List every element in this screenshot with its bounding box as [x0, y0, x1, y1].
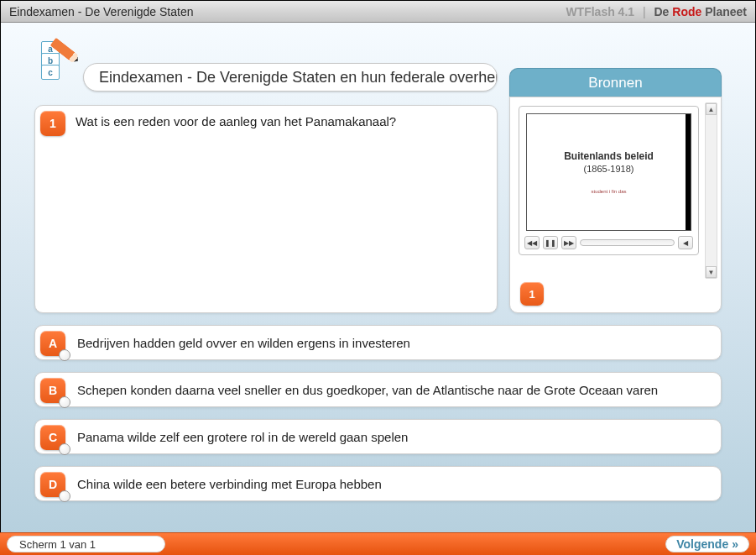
brand-planeet: Planeet [705, 5, 747, 18]
radio-icon[interactable] [59, 396, 70, 408]
slide-stripe [686, 114, 691, 230]
forward-button[interactable]: ▶▶ [561, 236, 576, 249]
question-row: 1 Wat is een reden voor de aanleg van he… [34, 105, 722, 313]
radio-icon[interactable] [59, 490, 70, 502]
slide-title: Buitenlands beleid [564, 150, 654, 162]
screen-counter: Scherm 1 van 1 [7, 536, 165, 552]
app-name: WTFlash 4.1 [566, 5, 634, 18]
progress-bar[interactable] [580, 239, 675, 246]
next-button-label: Volgende [676, 537, 728, 551]
slide-preview[interactable]: Buitenlands beleid (1865-1918) student i… [526, 113, 691, 231]
window-title: Eindexamen - De Verenigde Staten [9, 5, 193, 18]
bronnen-panel: Buitenlands beleid (1865-1918) student i… [509, 97, 722, 313]
pause-button[interactable]: ❚❚ [543, 236, 558, 249]
question-number-badge: 1 [40, 111, 65, 136]
question-box: 1 Wat is een reden voor de aanleg van he… [34, 105, 498, 313]
answer-text: Bedrijven hadden geld ovver en wilden er… [77, 336, 410, 350]
page-title: Eindexamen - De Verenigde Staten en hun … [83, 63, 498, 92]
radio-icon[interactable] [59, 443, 70, 455]
bronnen-column: Bronnen Buitenlands beleid (1865-1918) s… [509, 105, 722, 313]
player-controls: ◀◀ ❚❚ ▶▶ ◀ [524, 234, 693, 251]
bronnen-scrollbar[interactable]: ▲ ▼ [705, 102, 717, 279]
answer-text: China wilde een betere verbinding met Eu… [77, 477, 382, 491]
scroll-down-icon[interactable]: ▼ [706, 266, 717, 278]
quiz-card-icon: c [41, 65, 60, 80]
scroll-up-icon[interactable]: ▲ [706, 103, 717, 115]
next-button[interactable]: Volgende » [665, 536, 749, 552]
radio-icon[interactable] [59, 349, 70, 361]
brand-rode: Rode [672, 5, 705, 18]
footer-bar: Scherm 1 van 1 Volgende » [0, 532, 756, 555]
rewind-button[interactable]: ◀◀ [524, 236, 540, 249]
brand-de: De [654, 5, 673, 18]
answer-option-c[interactable]: C Panama wilde zelf een grotere rol in d… [34, 419, 722, 454]
top-bar: Eindexamen - De Verenigde Staten WTFlash… [1, 1, 755, 23]
chevron-right-icon: » [732, 537, 738, 551]
media-player: Buitenlands beleid (1865-1918) student i… [519, 106, 699, 255]
answers-list: A Bedrijven hadden geld ovver en wilden … [34, 325, 722, 501]
main-area: a b c Eindexamen - De Verenigde Staten e… [1, 23, 755, 532]
answer-text: Schepen konden daarna veel sneller en du… [77, 383, 658, 397]
screen-counter-text: Scherm 1 van 1 [19, 538, 96, 551]
answer-text: Panama wilde zelf een grotere rol in de … [77, 430, 408, 444]
separator: | [643, 5, 646, 18]
header-row: a b c Eindexamen - De Verenigde Staten e… [34, 48, 722, 98]
answer-option-d[interactable]: D China wilde een betere verbinding met … [34, 466, 722, 501]
brand-area: WTFlash 4.1 | De Rode Planeet [566, 5, 747, 18]
answer-option-b[interactable]: B Schepen konden daarna veel sneller en … [34, 372, 722, 407]
bronnen-source-badge[interactable]: 1 [520, 282, 544, 306]
page-title-text: Eindexamen - De Verenigde Staten en hun … [99, 69, 498, 86]
volume-button[interactable]: ◀ [678, 236, 693, 249]
slide-caption: student i fin das [591, 189, 626, 194]
question-text: Wat is een reden voor de aanleg van het … [76, 114, 485, 128]
answer-option-a[interactable]: A Bedrijven hadden geld ovver en wilden … [34, 325, 722, 360]
slide-subtitle: (1865-1918) [584, 164, 634, 174]
quiz-icon: a b c [34, 41, 83, 85]
